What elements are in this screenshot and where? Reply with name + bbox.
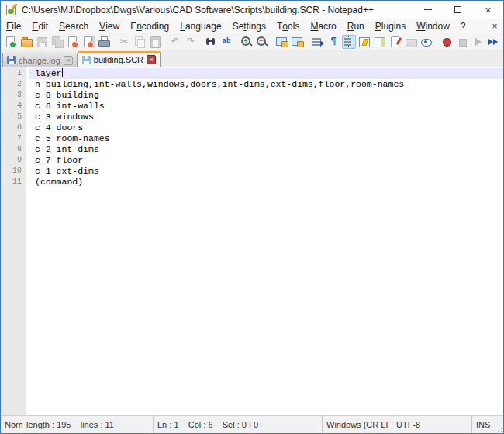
save-all-icon [51,36,64,48]
menu-settings[interactable]: Settings [227,19,271,33]
window-controls: × [413,1,503,19]
copy-icon [133,36,146,48]
monitoring-button[interactable] [419,35,433,49]
macro-play-button[interactable] [471,35,485,49]
line-number[interactable]: 6 [1,122,26,133]
replace-button[interactable] [219,35,233,49]
editor-line[interactable]: c 7 floor [29,155,503,166]
print-button[interactable] [97,35,111,49]
menu-edit[interactable]: Edit [26,19,54,33]
resize-grip[interactable] [501,431,502,432]
editor-line-text: c 3 windows [35,112,94,122]
editor-line[interactable]: (command) [29,177,503,188]
menu-encoding[interactable]: Encoding [125,19,174,33]
macro-run-multiple-button[interactable] [486,35,500,49]
menu-run[interactable]: Run [342,19,370,33]
close-button[interactable]: × [473,1,503,19]
line-number[interactable]: 7 [1,133,26,144]
line-number[interactable]: 2 [1,79,26,90]
menu-window[interactable]: Window [411,19,455,33]
folder-as-workspace-button[interactable] [404,35,418,49]
line-number[interactable]: 3 [1,90,26,101]
editor-line-text: n building,int-walls,windows,doors,int-d… [35,79,404,89]
editor-line[interactable]: c 5 room-names [29,133,503,144]
line-number[interactable]: 4 [1,101,26,112]
editor-line[interactable]: n building,int-walls,windows,doors,int-d… [29,79,503,90]
document-switcher-button[interactable] [388,35,402,49]
menu-macro[interactable]: Macro [305,19,341,33]
show-indent-guide-button[interactable] [342,35,356,49]
show-all-characters-button[interactable] [326,35,340,49]
minimize-button[interactable] [413,1,443,19]
tab-building.SCR[interactable]: building.SCR× [78,51,161,67]
editor-line[interactable]: c 2 int-dims [29,144,503,155]
find-icon [205,36,217,48]
minimize-icon [424,9,432,10]
paste-icon [149,36,161,48]
tab-change.log[interactable]: change.log× [2,53,78,67]
menubar-close-icon[interactable]: × [486,21,503,32]
zoom-in-button[interactable] [240,35,254,49]
line-number[interactable]: 1 [1,68,26,79]
status-eol-format[interactable]: Windows (CR LF) [323,416,392,433]
menu-help[interactable]: ? [455,19,471,33]
zoom-out-button[interactable] [255,35,269,49]
editor-line[interactable]: c 3 windows [29,112,503,122]
close-button[interactable] [66,35,80,49]
menu-search[interactable]: Search [54,19,94,33]
menu-language[interactable]: Language [174,19,226,33]
editor-pane[interactable]: 1234567891011 layern building,int-walls,… [1,67,503,415]
window-title: C:\Users\MJ\Dropbox\Dwgs\Various\CAD Sof… [22,5,413,16]
menu-file[interactable]: File [1,19,26,33]
editor-line-text: c 7 floor [35,155,83,165]
title-bar[interactable]: C:\Users\MJ\Dropbox\Dwgs\Various\CAD Sof… [1,1,503,19]
status-encoding[interactable]: UTF-8 [392,416,472,433]
line-number[interactable]: 8 [1,144,26,155]
macro-run-multiple-icon [487,36,499,48]
editor-line[interactable]: c 6 int-walls [29,101,503,112]
editor-line[interactable]: c 1 ext-dims [29,166,503,177]
macro-stop-button[interactable] [455,35,469,49]
status-insert-mode[interactable]: INS [472,416,503,433]
function-list-button[interactable] [357,35,371,49]
redo-button[interactable] [184,35,198,49]
cut-button[interactable] [117,35,131,49]
sync-horizontal-scroll-icon [292,36,304,48]
tab-close-icon[interactable]: × [64,56,73,65]
sync-vertical-scroll-button[interactable] [275,35,289,49]
menu-tools[interactable]: Tools [271,19,305,33]
close-icon [67,36,79,48]
document-map-button[interactable] [373,35,387,49]
paste-button[interactable] [148,35,162,49]
sync-horizontal-scroll-button[interactable] [291,35,305,49]
close-all-button[interactable] [81,35,95,49]
editor-line[interactable]: layer [29,68,503,79]
code-area[interactable]: layern building,int-walls,windows,doors,… [29,67,503,415]
find-button[interactable] [204,35,218,49]
menu-plugins[interactable]: Plugins [370,19,411,33]
open-file-button[interactable] [19,35,33,49]
line-number[interactable]: 11 [1,177,26,188]
menu-view[interactable]: View [94,19,125,33]
notepadpp-logo-icon [5,4,18,16]
macro-record-button[interactable] [440,35,454,49]
editor-line[interactable]: c 8 building [29,90,503,101]
maximize-button[interactable] [443,1,473,19]
editor-line-text: c 2 int-dims [35,144,99,154]
undo-button[interactable] [168,35,182,49]
line-number[interactable]: 5 [1,112,26,122]
save-button[interactable] [35,35,49,49]
word-wrap-button[interactable] [311,35,325,49]
show-all-characters-icon [327,36,340,48]
save-all-button[interactable] [50,35,64,49]
line-number[interactable]: 9 [1,155,26,166]
macro-stop-icon [456,36,468,48]
sync-vertical-scroll-icon [276,36,288,48]
new-file-button[interactable] [4,35,18,49]
line-number[interactable]: 10 [1,166,26,177]
tab-close-icon[interactable]: × [147,55,156,64]
copy-button[interactable] [133,35,147,49]
toolbar [1,33,503,50]
editor-line[interactable]: c 4 doors [29,122,503,133]
editor-line-text: c 4 doors [35,122,83,133]
